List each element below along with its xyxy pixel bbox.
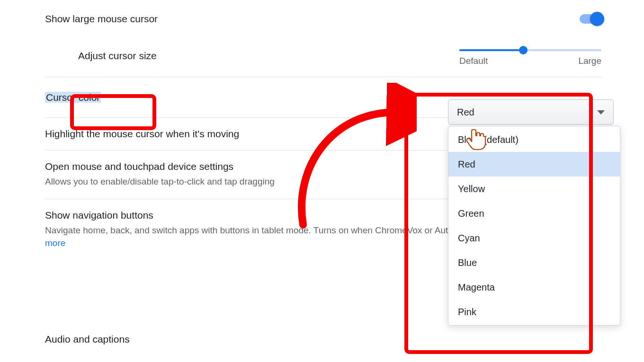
section-audio-captions: Audio and captions xyxy=(45,334,130,345)
cursor-color-select[interactable]: Red xyxy=(448,99,614,125)
chevron-down-icon xyxy=(597,110,605,115)
color-option-red[interactable]: Red xyxy=(448,152,620,177)
color-option-black[interactable]: Black (default) xyxy=(448,127,620,152)
cursor-color-selected-value: Red xyxy=(457,107,474,118)
slider-min-label: Default xyxy=(459,56,488,66)
color-option-pink[interactable]: Pink xyxy=(448,300,620,324)
row-adjust-size: Adjust cursor size Default Large xyxy=(45,35,601,77)
toggle-knob xyxy=(590,12,604,26)
cursor-color-dropdown: Black (default) Red Yellow Green Cyan Bl… xyxy=(448,126,620,326)
color-option-cyan[interactable]: Cyan xyxy=(448,226,620,250)
slider-thumb[interactable] xyxy=(519,46,528,54)
color-option-magenta[interactable]: Magenta xyxy=(448,275,620,300)
cursor-size-slider[interactable]: Default Large xyxy=(459,45,601,66)
color-option-yellow[interactable]: Yellow xyxy=(448,177,620,201)
large-cursor-toggle[interactable] xyxy=(580,14,601,24)
adjust-size-label: Adjust cursor size xyxy=(78,50,440,62)
row-large-cursor: Show large mouse cursor xyxy=(45,0,601,35)
cursor-color-select-wrap: Red Black (default) Red Yellow Green Cya… xyxy=(448,99,620,125)
cursor-color-label: Cursor color xyxy=(45,92,101,103)
color-option-green[interactable]: Green xyxy=(448,201,620,226)
color-option-blue[interactable]: Blue xyxy=(448,250,620,275)
large-cursor-label: Show large mouse cursor xyxy=(45,13,561,25)
slider-fill xyxy=(459,49,523,51)
slider-max-label: Large xyxy=(578,56,601,66)
slider-track xyxy=(459,49,601,51)
